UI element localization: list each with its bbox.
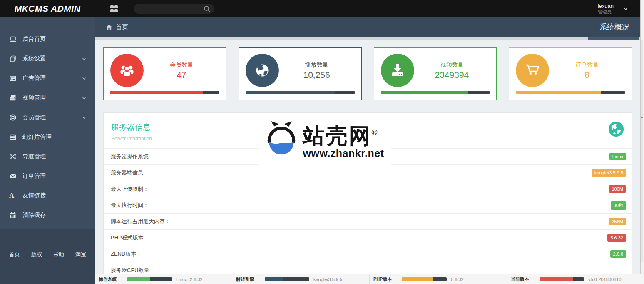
- server-icon: [9, 94, 22, 102]
- table-row: 最大执行时间： 30秒: [104, 197, 632, 213]
- home-icon: [106, 24, 112, 30]
- status-segment-php: PHP版本 5.6.32: [370, 274, 507, 284]
- search-input[interactable]: [139, 6, 204, 12]
- chevron-down-icon: [82, 115, 87, 120]
- page-title: 系统概况: [599, 22, 629, 32]
- server-info-panel: 服务器信息 Server information 服务器操作系统 Linux 服…: [103, 112, 632, 274]
- status-segment-os: 操作系统 Linux (2.6.32-: [95, 274, 232, 284]
- stat-value: 2349394: [414, 70, 490, 80]
- sidebar-item-system-settings[interactable]: 系统设置: [0, 49, 95, 68]
- stat-progress: [516, 91, 625, 94]
- breadcrumb[interactable]: 首页: [106, 23, 128, 31]
- sidebar-item-label: 系统设置: [22, 55, 46, 62]
- stat-card-members: 会员数量 47: [103, 47, 226, 100]
- newspaper-icon: [9, 75, 22, 82]
- status-badge: 256M: [609, 218, 626, 225]
- users-icon: [110, 54, 144, 87]
- sidebar-footer: 首页 版权 帮助 淘宝: [0, 229, 95, 284]
- status-progress: [127, 277, 172, 281]
- apps-grid-icon[interactable]: [110, 5, 118, 12]
- sidebar-item-dashboard[interactable]: 后台首页: [0, 29, 95, 49]
- stat-label: 订单数量: [549, 61, 625, 69]
- app-logo: MKCMS ADMIN: [0, 4, 95, 14]
- stat-value: 47: [144, 70, 219, 80]
- status-segment-version: 当前版本 v5.0-201800810: [507, 274, 644, 284]
- sidebar-menu: 后台首页 系统设置 广告管理 视频管理 会员管理 幻灯片管理: [0, 17, 95, 225]
- breadcrumb-home-label: 首页: [116, 23, 128, 31]
- status-badge: 5.6.32: [607, 234, 626, 242]
- footer-link-copyright[interactable]: 版权: [31, 251, 42, 258]
- footer-link-home[interactable]: 首页: [9, 251, 20, 258]
- shuffle-icon: [9, 153, 22, 160]
- status-bar: 操作系统 Linux (2.6.32- 解译引擎 kangle/3.5.9.5 …: [95, 274, 644, 284]
- sidebar-item-navigation[interactable]: 导航管理: [0, 147, 95, 166]
- table-icon: [9, 133, 22, 141]
- copy-icon: [9, 55, 22, 62]
- watermark: 站壳网® www.zhankr.net: [258, 114, 391, 166]
- status-badge: 100M: [609, 185, 626, 193]
- sidebar-item-label: 幻灯片管理: [22, 133, 52, 141]
- sidebar-item-clear-cache[interactable]: 清除缓存: [0, 205, 95, 225]
- stat-value: 10,256: [279, 70, 355, 80]
- horizontal-scrollbar[interactable]: [95, 37, 640, 40]
- stat-label: 播放数量: [279, 61, 355, 69]
- stat-card-videos: 视频数量 2349394: [374, 47, 497, 100]
- status-badge: kangle/3.5.9.5: [592, 169, 626, 177]
- horizontal-scrollbar-thumb[interactable]: [588, 37, 639, 40]
- chevron-down-icon: [82, 76, 87, 81]
- table-row: 最大上传限制： 100M: [104, 181, 632, 197]
- sidebar-item-members[interactable]: 会员管理: [0, 107, 95, 127]
- chevron-down-icon: [82, 56, 87, 61]
- user-role: 管理员: [598, 9, 614, 15]
- table-row: 脚本运行占用最大内存： 256M: [104, 213, 632, 229]
- sidebar-item-videos[interactable]: 视频管理: [0, 88, 95, 107]
- status-segment-engine: 解译引擎 kangle/3.5.9.5: [232, 274, 370, 284]
- footer-link-taobao[interactable]: 淘宝: [75, 251, 86, 258]
- download-icon: [381, 54, 414, 87]
- envelope-icon: [9, 172, 22, 180]
- sidebar-item-slides[interactable]: 幻灯片管理: [0, 127, 95, 147]
- vertical-scrollbar-thumb[interactable]: [641, 40, 643, 262]
- watermark-url: www.zhankr.net: [303, 147, 384, 159]
- sidebar-item-label: 订单管理: [22, 172, 46, 180]
- globe-icon: [608, 121, 624, 139]
- stat-label: 视频数量: [414, 61, 490, 69]
- chevron-down-icon: [82, 95, 87, 100]
- table-row: 服务器CPU数量：: [104, 262, 632, 274]
- stat-label: 会员数量: [144, 61, 219, 69]
- stat-progress: [110, 91, 219, 94]
- status-badge: 30秒: [611, 201, 626, 210]
- status-progress: [402, 277, 447, 281]
- watermark-brand: 站壳网®: [303, 121, 384, 147]
- sidebar-item-label: 视频管理: [22, 94, 46, 102]
- search-icon[interactable]: [204, 5, 211, 12]
- sidebar-item-label: 广告管理: [22, 75, 46, 82]
- stat-card-orders: 订单数量 8: [509, 47, 632, 100]
- top-bar: MKCMS ADMIN lexuan 管理员: [0, 0, 640, 17]
- chevron-down-icon: [623, 6, 629, 12]
- letter-a-icon: A: [9, 192, 22, 200]
- vertical-scrollbar[interactable]: [640, 0, 644, 274]
- sidebar-item-label: 友情链接: [22, 192, 46, 199]
- stat-card-plays: 播放数量 10,256: [239, 47, 362, 100]
- sidebar-item-label: 后台首页: [22, 35, 46, 43]
- sidebar-item-label: 会员管理: [22, 114, 46, 121]
- user-menu[interactable]: lexuan 管理员: [598, 3, 629, 15]
- status-progress: [265, 277, 309, 281]
- life-ring-icon: [9, 114, 22, 121]
- table-row: ZEND版本： 2.6.0: [104, 246, 632, 262]
- sidebar-item-links[interactable]: A 友情链接: [0, 186, 95, 205]
- sidebar-item-orders[interactable]: 订单管理: [0, 166, 95, 186]
- stat-progress: [381, 91, 490, 94]
- status-badge: Linux: [609, 153, 626, 160]
- footer-link-help[interactable]: 帮助: [53, 251, 64, 258]
- status-badge: 2.6.0: [610, 250, 626, 258]
- table-row: 服务器端信息： kangle/3.5.9.5: [104, 164, 632, 181]
- sidebar-item-label: 导航管理: [22, 153, 46, 160]
- calendar-icon: [9, 212, 22, 219]
- globe-icon: [246, 54, 279, 87]
- search-box[interactable]: [134, 4, 214, 14]
- cart-icon: [516, 54, 549, 87]
- sidebar-item-ads[interactable]: 广告管理: [0, 68, 95, 88]
- main-content: 会员数量 47 播放数量 10,256: [95, 40, 640, 274]
